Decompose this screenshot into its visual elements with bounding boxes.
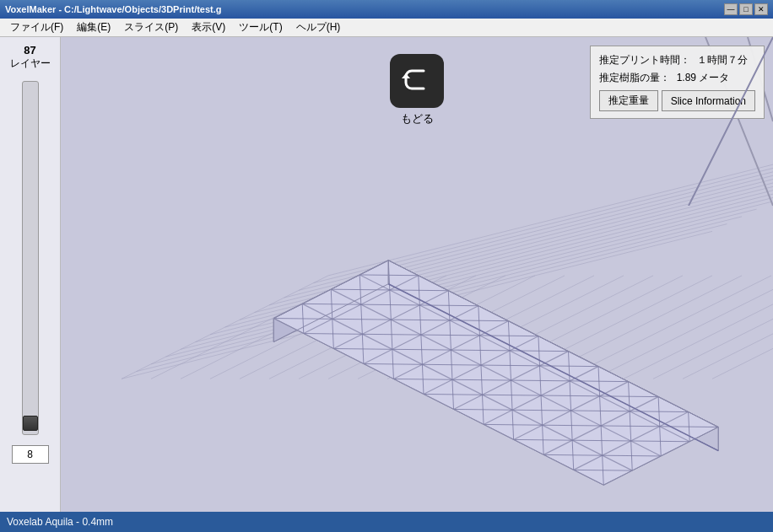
resin-row: 推定樹脂の量： 1.89 メータ — [599, 71, 755, 85]
layer-slider-thumb[interactable] — [23, 416, 38, 431]
viewport[interactable]: もどる 推定プリント時間： １時間７分 推定樹脂の量： 1.89 メータ 推定重… — [61, 37, 773, 512]
menu-bar: ファイル(F) 編集(E) スライス(P) 表示(V) ツール(T) ヘルプ(H… — [0, 19, 773, 37]
main-content: 87 レイヤー 8 もどる 推定プリント時間： １時間７分 — [0, 37, 773, 512]
layer-count: 87 — [24, 44, 35, 56]
back-button[interactable]: もどる — [390, 54, 444, 126]
menu-edit[interactable]: 編集(E) — [70, 19, 117, 36]
print-time-row: 推定プリント時間： １時間７分 — [599, 53, 755, 67]
svg-marker-0 — [402, 73, 410, 78]
resin-label: 推定樹脂の量： — [599, 71, 670, 85]
window-controls: — □ ✕ — [724, 3, 768, 15]
info-panel: 推定プリント時間： １時間７分 推定樹脂の量： 1.89 メータ 推定重量 Sl… — [590, 46, 765, 119]
left-panel: 87 レイヤー 8 — [0, 37, 61, 512]
window-title: VoxelMaker - C:/Lightwave/Objects/3DPrin… — [5, 4, 222, 14]
layer-label: レイヤー — [10, 56, 51, 71]
print-time-label: 推定プリント時間： — [599, 53, 690, 67]
menu-tools[interactable]: ツール(T) — [232, 19, 289, 36]
back-label: もどる — [401, 111, 434, 126]
status-bar: Voxelab Aquila - 0.4mm — [0, 512, 773, 532]
layer-slider-track[interactable] — [22, 81, 39, 435]
menu-slice[interactable]: スライス(P) — [117, 19, 185, 36]
menu-file[interactable]: ファイル(F) — [3, 19, 70, 36]
menu-view[interactable]: 表示(V) — [185, 19, 232, 36]
menu-help[interactable]: ヘルプ(H) — [289, 19, 348, 36]
slice-info-button[interactable]: Slice Information — [662, 90, 755, 111]
layer-value-display: 8 — [12, 445, 49, 464]
status-text: Voxelab Aquila - 0.4mm — [7, 516, 113, 528]
info-buttons: 推定重量 Slice Information — [599, 90, 755, 111]
print-time-value: １時間７分 — [697, 53, 748, 67]
maximize-button[interactable]: □ — [739, 3, 753, 15]
weight-button[interactable]: 推定重量 — [599, 90, 658, 111]
back-icon — [390, 54, 444, 108]
minimize-button[interactable]: — — [724, 3, 738, 15]
back-arrow-icon — [400, 64, 434, 98]
resin-value: 1.89 メータ — [677, 71, 730, 85]
title-bar: VoxelMaker - C:/Lightwave/Objects/3DPrin… — [0, 0, 773, 19]
close-button[interactable]: ✕ — [754, 3, 768, 15]
